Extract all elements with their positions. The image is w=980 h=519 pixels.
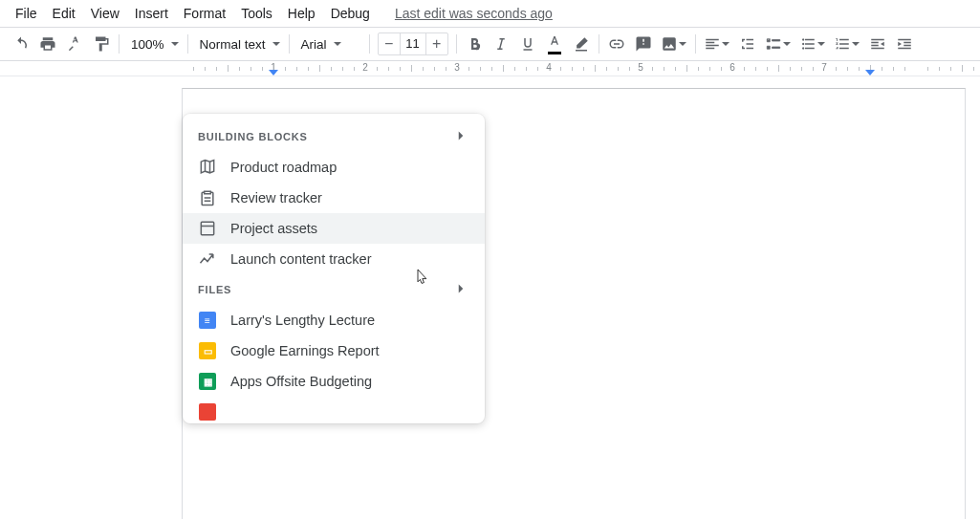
popup-item-file-2[interactable]: ▭ Google Earnings Report [183, 335, 485, 366]
document-canvas: @Search menu BUILDING BLOCKS Product roa… [0, 78, 980, 519]
popup-item-launch-content-tracker[interactable]: Launch content tracker [183, 244, 485, 274]
numbered-list-button[interactable] [830, 31, 864, 57]
underline-button[interactable] [514, 31, 541, 57]
undo-button[interactable] [8, 31, 34, 57]
font-size-decrease-button[interactable]: − [379, 33, 400, 54]
page-content: @Search menu BUILDING BLOCKS Product roa… [183, 89, 965, 200]
zoom-value: 100% [131, 37, 164, 52]
ruler-tick-label: 2 [362, 62, 368, 73]
toolbar-separator [369, 34, 370, 54]
caret-down-icon [851, 36, 860, 52]
chevron-right-icon [452, 127, 469, 146]
align-button[interactable] [700, 31, 734, 57]
paragraph-style-combo[interactable]: Normal text [192, 31, 285, 57]
popup-item-file-3[interactable]: ▦ Apps Offsite Budgeting [183, 366, 485, 397]
line-spacing-button[interactable] [734, 31, 761, 57]
insert-comment-button[interactable] [630, 31, 657, 57]
chevron-right-icon [452, 280, 469, 299]
left-indent-marker[interactable] [269, 70, 278, 76]
toolbar-separator [187, 34, 188, 54]
insert-link-button[interactable] [603, 31, 630, 57]
ruler-tick-label: 3 [454, 62, 460, 73]
caret-down-icon [678, 36, 687, 52]
toolbar-separator [289, 34, 290, 54]
ruler-tick-label: 5 [638, 62, 643, 73]
last-edit-link[interactable]: Last edit was seconds ago [395, 6, 553, 21]
smart-chips-popup: BUILDING BLOCKS Product roadmap Review t… [183, 114, 485, 423]
trend-icon [198, 249, 217, 269]
paragraph-style-value: Normal text [200, 37, 266, 52]
menu-format[interactable]: Format [176, 3, 233, 24]
docs-icon: ≡ [198, 311, 217, 330]
font-combo[interactable]: Arial [294, 31, 365, 57]
ruler[interactable]: 1234567 [0, 61, 980, 76]
menu-debug[interactable]: Debug [323, 3, 378, 24]
popup-item-label: Product roadmap [230, 160, 337, 175]
caret-down-icon [170, 37, 180, 52]
page[interactable]: @Search menu BUILDING BLOCKS Product roa… [182, 88, 966, 519]
checklist-button[interactable] [761, 31, 795, 57]
ruler-tick-label: 7 [821, 62, 827, 73]
font-size-value[interactable]: 11 [400, 33, 426, 54]
toolbar-separator [456, 34, 457, 54]
caret-down-icon [333, 37, 342, 52]
section-title: FILES [198, 284, 231, 295]
menu-help[interactable]: Help [280, 3, 323, 24]
slides-icon: ▭ [198, 341, 217, 360]
popup-item-label: Apps Offsite Budgeting [230, 374, 372, 389]
popup-item-review-tracker[interactable]: Review tracker [183, 183, 485, 213]
popup-item-label: Larry's Lengthy Lecture [230, 313, 375, 328]
menu-edit[interactable]: Edit [45, 3, 83, 24]
bulleted-list-button[interactable] [795, 31, 830, 57]
paint-format-button[interactable] [88, 31, 115, 57]
caret-down-icon [782, 36, 792, 52]
toolbar-separator [119, 34, 120, 54]
indent-increase-button[interactable] [891, 31, 918, 57]
zoom-combo[interactable]: 100% [123, 31, 184, 57]
sheets-icon: ▦ [198, 372, 217, 391]
popup-item-file-4[interactable] [183, 397, 485, 423]
caret-down-icon [272, 37, 281, 52]
popup-section-header-files[interactable]: FILES [183, 274, 485, 305]
menu-insert[interactable]: Insert [127, 3, 176, 24]
popup-scroll[interactable]: BUILDING BLOCKS Product roadmap Review t… [183, 114, 485, 423]
svg-rect-0 [201, 222, 213, 234]
toolbar-separator [599, 34, 599, 54]
indent-decrease-button[interactable] [864, 31, 891, 57]
menu-tools[interactable]: Tools [233, 3, 280, 24]
popup-item-label: Review tracker [230, 190, 322, 205]
menu-file[interactable]: File [8, 3, 45, 24]
map-icon [198, 158, 217, 177]
popup-item-label: Google Earnings Report [230, 343, 380, 358]
ruler-tick-label: 6 [730, 62, 735, 73]
popup-item-label: Launch content tracker [230, 251, 372, 267]
toolbar-separator [695, 34, 696, 54]
toolbar: 100% Normal text Arial − 11 + [0, 27, 980, 61]
popup-item-file-1[interactable]: ≡ Larry's Lengthy Lecture [183, 305, 485, 335]
caret-down-icon [817, 36, 826, 52]
section-title: BUILDING BLOCKS [198, 131, 308, 142]
right-indent-marker[interactable] [865, 70, 875, 76]
text-color-button[interactable] [541, 31, 568, 57]
popup-item-product-roadmap[interactable]: Product roadmap [183, 152, 485, 183]
print-button[interactable] [34, 31, 61, 57]
caret-down-icon [721, 36, 730, 52]
italic-button[interactable] [488, 31, 514, 57]
text-color-swatch [548, 52, 561, 54]
font-size-increase-button[interactable]: + [426, 33, 447, 54]
popup-section-header-building-blocks[interactable]: BUILDING BLOCKS [183, 121, 485, 152]
popup-item-label: Project assets [230, 221, 317, 236]
popup-item-project-assets[interactable]: Project assets [183, 213, 485, 244]
font-size-group: − 11 + [378, 32, 448, 55]
insert-image-button[interactable] [657, 31, 691, 57]
file-icon [198, 402, 217, 422]
menu-view[interactable]: View [83, 3, 127, 24]
bold-button[interactable] [461, 31, 488, 57]
spellcheck-button[interactable] [61, 31, 88, 57]
clipboard-icon [198, 188, 217, 207]
highlight-button[interactable] [568, 31, 595, 57]
ruler-tick-label: 4 [546, 62, 552, 73]
panel-icon [198, 219, 217, 238]
menubar: File Edit View Insert Format Tools Help … [0, 0, 980, 27]
font-value: Arial [301, 37, 327, 52]
